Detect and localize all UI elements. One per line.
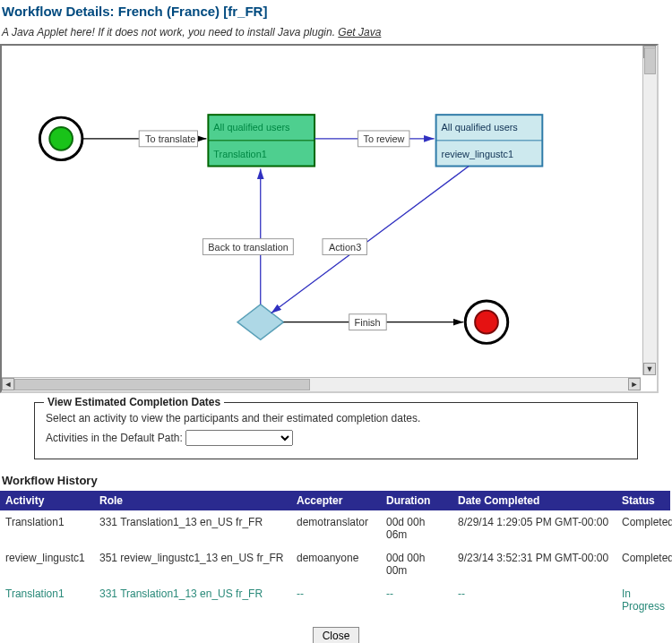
edge-action3 <box>271 167 470 313</box>
cell-role: 331 Translation1_13 en_US fr_FR <box>94 582 291 618</box>
svg-text:review_lingustc1: review_lingustc1 <box>442 149 513 159</box>
cell-activity: Translation1 <box>0 582 94 618</box>
col-duration: Duration <box>381 491 452 510</box>
close-button[interactable]: Close <box>313 627 360 643</box>
edge-label-back-to-translation: Back to translation <box>202 239 293 255</box>
translation-node[interactable]: All qualified users Translation1 <box>208 115 314 166</box>
workflow-history-table: Activity Role Accepter Duration Date Com… <box>0 491 670 618</box>
svg-text:Action3: Action3 <box>329 242 361 253</box>
estimated-legend: View Estimated Completion Dates <box>44 396 224 408</box>
workflow-diagram: To translate All qualified users Transla… <box>0 44 659 393</box>
edge-label-to-translate: To translate <box>139 131 197 147</box>
svg-text:Translation1: Translation1 <box>213 149 266 159</box>
col-accepter: Accepter <box>291 491 381 510</box>
cell-accepter: -- <box>291 582 381 618</box>
applet-note-text: A Java Applet here! If it does not work,… <box>2 26 338 39</box>
cell-duration: 00d 00h 00m <box>381 546 452 582</box>
cell-role: 351 review_lingustc1_13 en_US fr_FR <box>94 546 291 582</box>
svg-point-1 <box>49 127 73 150</box>
default-path-label: Activities in the Default Path: <box>46 432 183 444</box>
svg-text:Finish: Finish <box>355 317 381 328</box>
edge-label-to-review: To review <box>358 131 409 147</box>
svg-point-20 <box>475 311 498 334</box>
table-row: review_lingustc1 351 review_lingustc1_13… <box>0 546 670 582</box>
svg-text:To translate: To translate <box>145 133 195 144</box>
svg-text:To review: To review <box>363 133 404 144</box>
workflow-history-title: Workflow History <box>0 472 672 491</box>
applet-note: A Java Applet here! If it does not work,… <box>0 24 672 44</box>
table-row: Translation1 331 Translation1_13 en_US f… <box>0 510 670 546</box>
estimated-instruction: Select an activity to view the participa… <box>46 412 626 424</box>
diagram-vertical-scrollbar[interactable]: ▲ ▼ <box>642 46 657 375</box>
start-node[interactable] <box>39 117 82 159</box>
cell-activity: Translation1 <box>0 510 94 546</box>
cell-date-completed: -- <box>452 582 616 618</box>
history-header-row: Activity Role Accepter Duration Date Com… <box>0 491 670 510</box>
edge-label-action3: Action3 <box>323 239 366 255</box>
cell-accepter: demotranslator <box>291 510 381 546</box>
page-title: Workflow Details: French (France) [fr_FR… <box>0 0 672 24</box>
table-row: Translation1 331 Translation1_13 en_US f… <box>0 582 670 618</box>
svg-text:All qualified users: All qualified users <box>442 122 519 133</box>
col-role: Role <box>94 491 291 510</box>
col-activity: Activity <box>0 491 94 510</box>
cell-role: 331 Translation1_13 en_US fr_FR <box>94 510 291 546</box>
cell-accepter: demoanyone <box>291 546 381 582</box>
diagram-svg: To translate All qualified users Transla… <box>2 46 641 375</box>
svg-text:Back to translation: Back to translation <box>208 242 288 253</box>
cell-duration: -- <box>381 582 452 618</box>
cell-activity: review_lingustc1 <box>0 546 94 582</box>
cell-status: Completed <box>616 510 670 546</box>
review-node[interactable]: All qualified users review_lingustc1 <box>436 115 543 166</box>
cell-duration: 00d 00h 06m <box>381 510 452 546</box>
svg-text:All qualified users: All qualified users <box>213 122 290 133</box>
default-path-select[interactable] <box>185 430 293 446</box>
cell-date-completed: 8/29/14 1:29:05 PM GMT-00:00 <box>452 510 616 546</box>
diagram-horizontal-scrollbar[interactable]: ◄ ► <box>2 377 641 391</box>
col-status: Status <box>616 491 670 510</box>
cell-status: Completed <box>616 546 670 582</box>
get-java-link[interactable]: Get Java <box>338 26 381 39</box>
edge-label-finish: Finish <box>349 314 387 330</box>
cell-status: In Progress <box>616 582 670 618</box>
col-date-completed: Date Completed <box>452 491 616 510</box>
end-node[interactable] <box>465 301 507 343</box>
cell-date-completed: 9/23/14 3:52:31 PM GMT-00:00 <box>452 546 616 582</box>
estimated-completion-fieldset: View Estimated Completion Dates Select a… <box>34 402 638 459</box>
